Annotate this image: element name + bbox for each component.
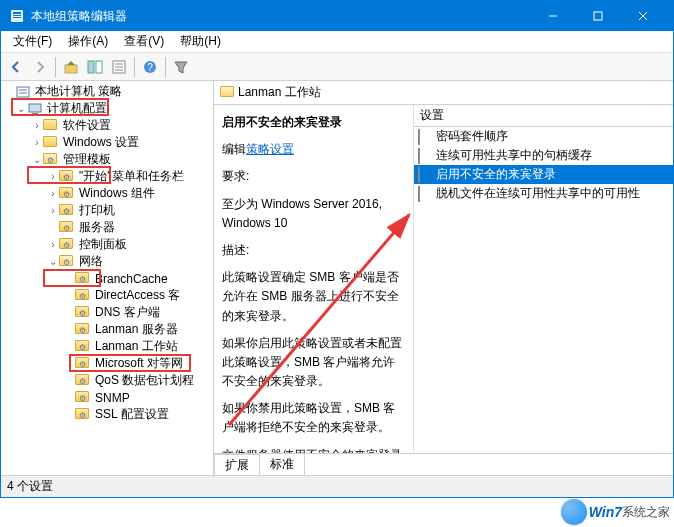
up-button[interactable] — [60, 56, 82, 78]
tree-item[interactable]: QoS 数据包计划程 — [93, 372, 196, 389]
tree-item[interactable]: 控制面板 — [77, 236, 129, 253]
folder-gear-icon — [59, 204, 73, 215]
svg-rect-5 — [594, 12, 602, 20]
list-row[interactable]: 脱机文件在连续可用性共享中的可用性 — [414, 184, 673, 203]
minimize-button[interactable] — [530, 1, 575, 31]
tab-standard[interactable]: 标准 — [259, 453, 305, 475]
back-button[interactable] — [5, 56, 27, 78]
folder-gear-icon — [43, 153, 57, 164]
folder-gear-icon — [75, 340, 89, 351]
list-row[interactable]: 启用不安全的来宾登录 — [414, 165, 673, 184]
expander-icon[interactable]: › — [47, 188, 59, 199]
desc-label: 描述: — [222, 241, 405, 260]
list-row-label: 连续可用性共享中的句柄缓存 — [436, 147, 592, 164]
desc-text: 如果你启用此策略设置或者未配置此策略设置，SMB 客户端将允许不安全的来宾登录。 — [222, 334, 405, 392]
tree-item[interactable]: 打印机 — [77, 202, 117, 219]
menu-action[interactable]: 操作(A) — [60, 31, 116, 52]
svg-rect-2 — [13, 15, 21, 16]
content-header-title: Lanman 工作站 — [238, 84, 321, 101]
tree-item[interactable]: 服务器 — [77, 219, 117, 236]
tree-item[interactable]: DNS 客户端 — [93, 304, 162, 321]
expander-icon[interactable]: ⌄ — [15, 103, 27, 114]
document-icon — [418, 149, 432, 163]
tree-item[interactable]: Windows 设置 — [61, 134, 141, 151]
edit-policy-link[interactable]: 策略设置 — [246, 142, 294, 156]
settings-list[interactable]: 设置 密码套件顺序连续可用性共享中的句柄缓存启用不安全的来宾登录脱机文件在连续可… — [414, 105, 673, 453]
tree-item[interactable]: Microsoft 对等网 — [93, 355, 185, 372]
policy-title: 启用不安全的来宾登录 — [222, 113, 405, 132]
list-row[interactable]: 连续可用性共享中的句柄缓存 — [414, 146, 673, 165]
menu-help[interactable]: 帮助(H) — [172, 31, 229, 52]
folder-icon — [43, 136, 57, 147]
menu-view[interactable]: 查看(V) — [116, 31, 172, 52]
folder-gear-icon — [59, 187, 73, 198]
folder-gear-icon — [59, 255, 73, 266]
svg-rect-21 — [32, 113, 38, 115]
menubar: 文件(F) 操作(A) 查看(V) 帮助(H) — [1, 31, 673, 53]
expander-icon[interactable]: › — [47, 239, 59, 250]
view-tabs: 扩展 标准 — [214, 453, 673, 475]
help-button[interactable]: ? — [139, 56, 161, 78]
tree-item[interactable]: BranchCache — [93, 272, 170, 286]
filter-button[interactable] — [170, 56, 192, 78]
show-hide-tree-button[interactable] — [84, 56, 106, 78]
folder-gear-icon — [59, 221, 73, 232]
close-button[interactable] — [620, 1, 665, 31]
watermark-brand: Win7 — [589, 504, 622, 520]
folder-gear-icon — [59, 238, 73, 249]
window-title: 本地组策略编辑器 — [31, 8, 127, 25]
statusbar: 4 个设置 — [1, 475, 673, 497]
expander-icon[interactable]: › — [31, 137, 43, 148]
menu-file[interactable]: 文件(F) — [5, 31, 60, 52]
watermark-logo-icon — [561, 499, 587, 525]
tree-admin-templates[interactable]: 管理模板 — [61, 151, 113, 168]
tree-item[interactable]: SSL 配置设置 — [93, 406, 171, 423]
svg-rect-10 — [96, 61, 102, 73]
req-value: 至少为 Windows Server 2016, Windows 10 — [222, 195, 405, 233]
detail-pane: 启用不安全的来宾登录 编辑策略设置 要求: 至少为 Windows Server… — [214, 105, 414, 453]
list-column-header[interactable]: 设置 — [414, 105, 673, 127]
folder-gear-icon — [75, 323, 89, 334]
folder-gear-icon — [75, 272, 89, 283]
policy-icon — [15, 85, 31, 99]
svg-rect-9 — [88, 61, 94, 73]
desc-text: 文件服务器使用不安全的来宾登录 — [222, 446, 405, 453]
properties-button[interactable] — [108, 56, 130, 78]
svg-rect-17 — [17, 87, 29, 97]
tree-network[interactable]: 网络 — [77, 253, 105, 270]
expander-icon[interactable]: › — [47, 171, 59, 182]
tree-item[interactable]: Windows 组件 — [77, 185, 157, 202]
tree-item[interactable]: "开始"菜单和任务栏 — [77, 168, 186, 185]
tree-item[interactable]: 软件设置 — [61, 117, 113, 134]
folder-gear-icon — [75, 374, 89, 385]
expander-icon[interactable]: ⌄ — [47, 256, 59, 267]
maximize-button[interactable] — [575, 1, 620, 31]
tree-computer-config[interactable]: 计算机配置 — [45, 100, 109, 117]
folder-gear-icon — [75, 357, 89, 368]
nav-tree[interactable]: 本地计算机 策略 ⌄计算机配置 ›软件设置 ›Windows 设置 ⌄管理模板 … — [1, 81, 214, 475]
forward-button[interactable] — [29, 56, 51, 78]
gpedit-window: 本地组策略编辑器 文件(F) 操作(A) 查看(V) 帮助(H) ? 本地计算机… — [0, 0, 674, 498]
folder-gear-icon — [75, 408, 89, 419]
svg-rect-20 — [29, 104, 41, 112]
tree-item[interactable]: SNMP — [93, 391, 132, 405]
tree-item[interactable]: Lanman 服务器 — [93, 321, 180, 338]
document-icon — [418, 168, 432, 182]
folder-gear-icon — [59, 170, 73, 181]
watermark-suffix: 系统之家 — [622, 504, 670, 521]
expander-icon[interactable]: › — [47, 205, 59, 216]
tree-lanman-workstation[interactable]: Lanman 工作站 — [93, 338, 180, 355]
expander-icon[interactable]: › — [31, 120, 43, 131]
list-row-label: 密码套件顺序 — [436, 128, 508, 145]
list-row-label: 脱机文件在连续可用性共享中的可用性 — [436, 185, 640, 202]
list-row[interactable]: 密码套件顺序 — [414, 127, 673, 146]
expander-icon[interactable]: ⌄ — [31, 154, 43, 165]
tree-item[interactable]: DirectAccess 客 — [93, 287, 182, 304]
status-text: 4 个设置 — [7, 479, 53, 493]
titlebar: 本地组策略编辑器 — [1, 1, 673, 31]
content-header: Lanman 工作站 — [214, 81, 673, 105]
tree-root[interactable]: 本地计算机 策略 — [33, 83, 124, 100]
tab-extended[interactable]: 扩展 — [214, 454, 260, 475]
svg-rect-8 — [65, 65, 77, 73]
list-row-label: 启用不安全的来宾登录 — [436, 166, 556, 183]
